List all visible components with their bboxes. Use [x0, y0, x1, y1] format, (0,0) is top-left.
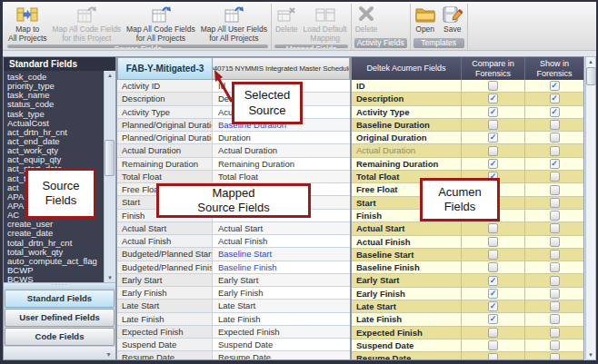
scroll-up-icon[interactable]: ▲	[107, 71, 113, 80]
map-all-code-fields-for-all-projects-button[interactable]: Map All Code Fieldsfor All Projects	[124, 4, 198, 44]
compare-checkbox[interactable]	[488, 133, 498, 143]
sidebar-field[interactable]: act_equip_qty	[7, 155, 103, 164]
sidebar-field[interactable]: ActualCost	[7, 119, 103, 128]
show-checkbox[interactable]	[550, 328, 560, 338]
source-field-cell[interactable]: Actual Duration	[117, 144, 213, 156]
sidebar-field[interactable]: priority_type	[7, 82, 103, 91]
sidebar-field[interactable]: total_drtn_hr_cnt	[7, 239, 103, 248]
sidebar-field[interactable]: act_end_date	[7, 137, 103, 146]
show-checkbox[interactable]	[550, 237, 560, 247]
show-checkbox[interactable]	[550, 146, 560, 156]
show-checkbox[interactable]	[550, 250, 560, 260]
show-checkbox[interactable]	[550, 353, 560, 359]
chevron-down-icon[interactable]: ▼	[105, 351, 112, 358]
source-field-cell[interactable]: Total Float	[117, 171, 213, 182]
mapped-field-cell[interactable]: Expected Finish	[213, 326, 350, 338]
map-all-user-fields-for-all-projects-button[interactable]: Map All User Fieldsfor All Projects	[198, 4, 270, 44]
sidebar-tab-user-defined-fields[interactable]: User Defined Fields	[5, 309, 115, 327]
sidebar-field[interactable]: auto_compute_act_flag	[7, 257, 103, 266]
compare-checkbox[interactable]	[488, 301, 498, 311]
sidebar-scrollbar[interactable]: ▲ ▼	[104, 71, 115, 282]
show-checkbox[interactable]	[550, 301, 560, 311]
show-checkbox[interactable]	[550, 159, 560, 169]
compare-checkbox[interactable]	[488, 289, 498, 299]
mapped-field-cell[interactable]: Baseline Start	[213, 248, 350, 260]
source-field-cell[interactable]: Planned/Original Duration	[117, 119, 213, 131]
sidebar-field[interactable]: total_work_qty	[7, 248, 103, 257]
source-field-cell[interactable]: Resume Date	[117, 351, 213, 359]
source-field-cell[interactable]: Planned/Original Duration	[117, 132, 213, 143]
show-checkbox[interactable]	[550, 276, 560, 286]
scroll-up-icon[interactable]: ▲	[588, 57, 593, 66]
mapped-field-cell[interactable]: Remaining Duration	[213, 158, 350, 170]
scrollbar-thumb[interactable]	[105, 140, 115, 176]
save-button[interactable]: Save	[439, 4, 466, 37]
source-field-cell[interactable]: Late Start	[117, 300, 213, 311]
sidebar-tab-code-fields[interactable]: Code Fields	[5, 328, 115, 346]
show-checkbox[interactable]	[550, 223, 560, 233]
show-checkbox[interactable]	[550, 133, 560, 143]
open-button[interactable]: Open	[412, 4, 439, 37]
show-checkbox[interactable]	[550, 211, 560, 221]
mapped-field-cell[interactable]: Late Finish	[213, 313, 350, 325]
sidebar-field[interactable]: task_type	[7, 110, 103, 119]
acumen-scrollbar[interactable]: ▲ ▼	[585, 56, 596, 360]
source-field-cell[interactable]: Early Finish	[117, 287, 213, 299]
source-field-cell[interactable]: Activity ID	[117, 80, 213, 92]
show-checkbox[interactable]	[550, 81, 560, 91]
mapped-field-cell[interactable]: Late Start	[213, 300, 350, 311]
compare-checkbox[interactable]	[488, 237, 498, 247]
sidebar-field[interactable]: act_work_qty	[7, 146, 103, 155]
source-field-cell[interactable]: Budgeted/Planned Finish	[117, 261, 213, 273]
sidebar-field[interactable]: act_drtn_hr_cnt	[7, 128, 103, 137]
scrollbar-thumb[interactable]	[586, 67, 596, 85]
source-field-cell[interactable]: Activity Type	[117, 106, 213, 118]
compare-checkbox[interactable]	[488, 276, 498, 286]
map-to-all-projects-button[interactable]: Map toAll Projects	[5, 4, 50, 44]
mapped-field-cell[interactable]: Actual Start	[213, 222, 350, 234]
compare-checkbox[interactable]	[488, 159, 498, 169]
mapped-field-cell[interactable]: Actual Finish	[213, 235, 350, 247]
show-checkbox[interactable]	[550, 93, 560, 103]
show-checkbox[interactable]	[550, 172, 560, 182]
selected-source-tab[interactable]: FAB-Y-Mitigated-3	[117, 57, 213, 80]
source-field-cell[interactable]: Description	[117, 93, 213, 104]
sidebar-field[interactable]: create_date	[7, 229, 103, 238]
source-field-cell[interactable]: Budgeted/Planned Start	[117, 248, 213, 260]
show-checkbox[interactable]	[550, 120, 560, 130]
sidebar-field[interactable]: BCWP	[7, 266, 103, 275]
sidebar-field[interactable]: task_code	[7, 73, 103, 82]
mapped-field-cell[interactable]: Duration	[213, 132, 350, 143]
scroll-down-icon[interactable]: ▼	[588, 350, 593, 359]
show-checkbox[interactable]	[550, 289, 560, 299]
sidebar-field[interactable]: status_code	[7, 100, 103, 109]
sidebar-field[interactable]: create_user	[7, 220, 103, 229]
mapped-field-cell[interactable]: Resume Date	[213, 351, 350, 359]
compare-checkbox[interactable]	[488, 223, 498, 233]
sidebar-tab-standard-fields[interactable]: Standard Fields	[5, 290, 115, 308]
compare-checkbox[interactable]	[488, 328, 498, 338]
source-field-cell[interactable]: Actual Finish	[117, 235, 213, 247]
compare-checkbox[interactable]	[488, 250, 498, 260]
compare-checkbox[interactable]	[488, 93, 498, 103]
mapped-field-cell[interactable]: Total Float	[213, 171, 350, 182]
compare-checkbox[interactable]	[488, 353, 498, 359]
source-field-cell[interactable]: Late Finish	[117, 313, 213, 325]
source-field-cell[interactable]: Actual Start	[117, 222, 213, 234]
compare-checkbox[interactable]	[488, 81, 498, 91]
sidebar-field[interactable]: BCWS	[7, 275, 103, 282]
mapped-field-cell[interactable]: Suspend Date	[213, 339, 350, 350]
compare-checkbox[interactable]	[488, 314, 498, 324]
sidebar-field[interactable]: task_name	[7, 91, 103, 100]
source-field-cell[interactable]: Expected Finish	[117, 326, 213, 338]
scroll-down-icon[interactable]: ▼	[107, 273, 113, 282]
source-field-cell[interactable]: Suspend Date	[117, 339, 213, 350]
mapped-field-cell[interactable]: Early Start	[213, 274, 350, 286]
show-checkbox[interactable]	[550, 314, 560, 324]
mapped-field-cell[interactable]: Early Finish	[213, 287, 350, 299]
show-checkbox[interactable]	[550, 198, 560, 208]
mapped-field-cell[interactable]: Baseline Finish	[213, 261, 350, 273]
compare-checkbox[interactable]	[488, 146, 498, 156]
show-checkbox[interactable]	[550, 340, 560, 350]
source-field-cell[interactable]: Remaining Duration	[117, 158, 213, 170]
